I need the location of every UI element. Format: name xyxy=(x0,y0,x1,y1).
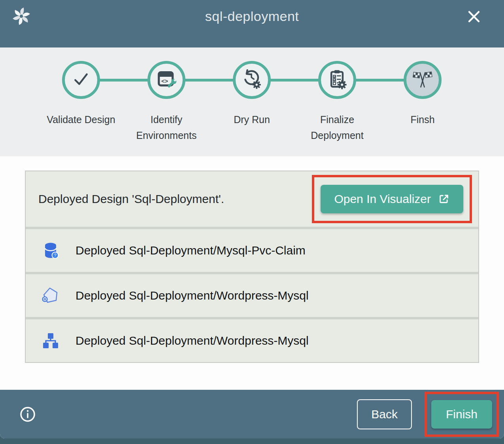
step-label: Finalize Deployment xyxy=(295,112,379,143)
code-window-wrench-icon: <> xyxy=(155,68,177,92)
deployed-item-row: Deployed Sql-Deployment/Wordpress-Mysql xyxy=(26,272,478,317)
step-identify-environments[interactable]: <> Identify Environments xyxy=(124,61,209,143)
deployed-design-text: Deployed Design 'Sql-Deployment'. xyxy=(38,192,224,206)
dialog-footer: Back Finish xyxy=(0,390,504,438)
step-circle xyxy=(233,61,271,99)
sql-deployment-dialog: sql-deployment Validate Design xyxy=(0,0,504,438)
step-validate-design[interactable]: Validate Design xyxy=(38,61,124,143)
finish-button[interactable]: Finish xyxy=(431,400,492,429)
nirmata-logo-icon xyxy=(11,6,32,27)
external-link-icon xyxy=(438,193,450,205)
deployment-results-panel: Deployed Design 'Sql-Deployment'. Open I… xyxy=(25,171,479,363)
open-in-visualizer-label: Open In Visualizer xyxy=(334,192,431,206)
step-circle-active xyxy=(404,61,442,99)
deployed-item-row: Deployed Sql-Deployment/Wordpress-Mysql xyxy=(26,317,478,362)
visualizer-highlight-box: Open In Visualizer xyxy=(312,175,472,223)
step-finish[interactable]: Finsh xyxy=(380,61,465,143)
pod-pentagon-icon xyxy=(41,286,60,305)
info-button[interactable] xyxy=(20,406,36,422)
step-dry-run[interactable]: Dry Run xyxy=(209,61,294,143)
step-label: Finsh xyxy=(410,112,434,127)
deployed-design-row: Deployed Design 'Sql-Deployment'. Open I… xyxy=(26,171,478,227)
database-icon: ? xyxy=(41,241,60,260)
step-circle xyxy=(62,61,100,99)
dialog-title: sql-deployment xyxy=(205,9,299,24)
finish-highlight-box: Finish xyxy=(425,392,499,437)
step-label: Dry Run xyxy=(234,112,270,127)
svg-text:?: ? xyxy=(54,253,56,258)
info-icon xyxy=(20,417,36,423)
results-area: Deployed Design 'Sql-Deployment'. Open I… xyxy=(0,156,504,390)
dialog-header: sql-deployment xyxy=(0,0,504,47)
step-circle xyxy=(318,61,356,99)
step-label: Identify Environments xyxy=(125,112,208,143)
svg-text:<>: <> xyxy=(161,78,168,84)
close-button[interactable] xyxy=(465,8,483,25)
back-button[interactable]: Back xyxy=(357,399,412,429)
deployed-item-row: ? Deployed Sql-Deployment/Mysql-Pvc-Clai… xyxy=(26,227,478,272)
deployment-tree-icon xyxy=(41,331,60,351)
close-icon xyxy=(465,21,483,27)
step-finalize-deployment[interactable]: Finalize Deployment xyxy=(294,61,380,143)
step-circle: <> xyxy=(147,61,185,99)
wizard-stepper: Validate Design <> xyxy=(0,47,504,156)
deployed-item-text: Deployed Sql-Deployment/Wordpress-Mysql xyxy=(76,289,309,302)
deployed-item-text: Deployed Sql-Deployment/Mysql-Pvc-Claim xyxy=(76,244,306,257)
check-icon xyxy=(70,68,92,91)
deployed-item-text: Deployed Sql-Deployment/Wordpress-Mysql xyxy=(76,334,309,347)
checkered-flags-icon xyxy=(411,68,434,92)
step-label: Validate Design xyxy=(47,112,115,127)
dry-run-icon xyxy=(241,68,263,92)
open-in-visualizer-button[interactable]: Open In Visualizer xyxy=(321,185,463,213)
clipboard-gear-icon xyxy=(326,68,348,92)
